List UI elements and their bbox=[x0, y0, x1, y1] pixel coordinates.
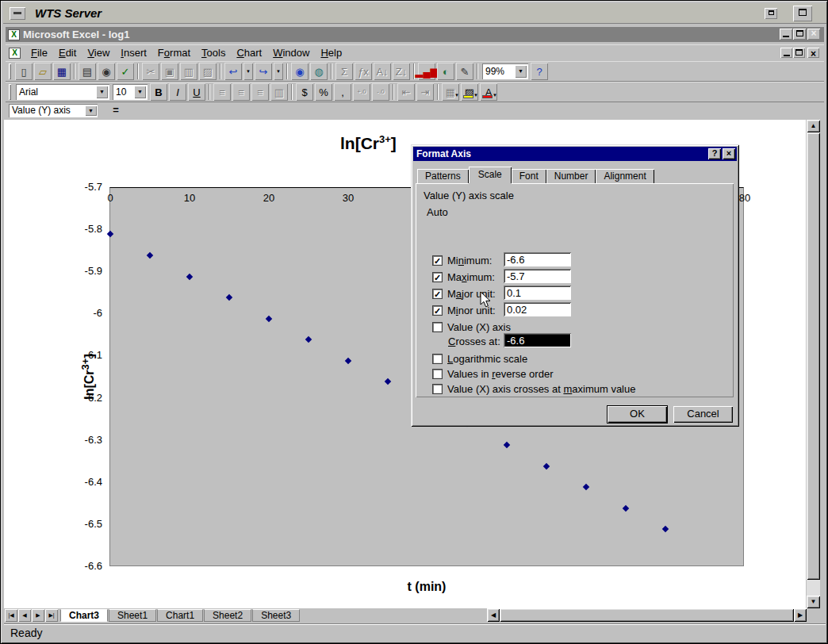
menu-item-file[interactable]: File bbox=[25, 45, 53, 60]
major-unit-field[interactable]: 0.1 bbox=[504, 286, 571, 300]
menu-item-window[interactable]: Window bbox=[267, 45, 315, 60]
data-point[interactable] bbox=[345, 358, 351, 364]
data-point[interactable] bbox=[305, 336, 312, 343]
menu-item-insert[interactable]: Insert bbox=[115, 45, 152, 60]
minimum-checkbox[interactable]: ✓ bbox=[432, 255, 443, 266]
bold-icon[interactable]: B bbox=[150, 83, 167, 101]
undo-dropdown-icon[interactable]: ▼ bbox=[243, 63, 253, 80]
crosses-at-field[interactable]: -6.6 bbox=[504, 333, 571, 347]
drawing-icon[interactable]: ✎ bbox=[456, 63, 473, 80]
menu-item-edit[interactable]: Edit bbox=[53, 45, 82, 60]
currency-icon[interactable]: $ bbox=[296, 83, 313, 101]
copy-icon[interactable]: ▣ bbox=[161, 63, 178, 80]
tab-alignment[interactable]: Alignment bbox=[596, 169, 654, 183]
minor-unit-field[interactable]: 0.02 bbox=[504, 302, 571, 316]
decrease-decimal-icon[interactable]: -.0 bbox=[372, 83, 389, 101]
sheet-tab-sheet1[interactable]: Sheet1 bbox=[109, 609, 156, 622]
sheet-tab-sheet3[interactable]: Sheet3 bbox=[252, 609, 300, 622]
increase-indent-icon[interactable]: ⇥ bbox=[416, 83, 434, 101]
percent-icon[interactable]: % bbox=[315, 83, 332, 101]
reverse-order-checkbox[interactable] bbox=[432, 369, 443, 379]
autosum-icon[interactable]: Σ bbox=[335, 63, 353, 80]
workbook-restore-button[interactable] bbox=[793, 48, 805, 58]
menu-item-format[interactable]: Format bbox=[152, 45, 196, 60]
value-x-axis-checkbox[interactable] bbox=[432, 322, 443, 332]
name-box[interactable]: Value (Y) axis ▼ bbox=[9, 104, 98, 117]
print-icon[interactable]: ▤ bbox=[79, 63, 96, 80]
format-painter-icon[interactable]: ▨ bbox=[199, 63, 217, 80]
zoom-combobox[interactable]: 99%▼ bbox=[482, 63, 528, 79]
minimum-field[interactable]: -6.6 bbox=[504, 252, 571, 266]
decrease-indent-icon[interactable]: ⇤ bbox=[397, 83, 415, 101]
map-icon[interactable]: ◐ bbox=[437, 63, 454, 80]
crosses-at-max-checkbox[interactable] bbox=[432, 384, 443, 394]
horizontal-scrollbar[interactable]: ◀ ▶ bbox=[487, 608, 807, 622]
open-folder-icon[interactable]: ▱ bbox=[34, 63, 52, 80]
data-point[interactable] bbox=[107, 231, 113, 237]
data-point[interactable] bbox=[186, 273, 193, 279]
dialog-titlebar[interactable]: Format Axis ? × bbox=[413, 147, 737, 161]
data-point[interactable] bbox=[226, 294, 232, 301]
menu-item-view[interactable]: View bbox=[82, 45, 115, 60]
paste-function-icon[interactable]: ƒx bbox=[355, 63, 372, 80]
chevron-down-icon[interactable]: ▼ bbox=[134, 86, 146, 98]
chart-wizard-icon[interactable]: ▂▄▆ bbox=[418, 63, 435, 80]
print-preview-icon[interactable]: ◉ bbox=[98, 63, 115, 80]
scroll-up-button[interactable]: ▲ bbox=[807, 120, 820, 132]
font-name-combobox[interactable]: Arial ▼ bbox=[16, 84, 109, 100]
data-point[interactable] bbox=[385, 378, 391, 385]
paste-icon[interactable]: ▥ bbox=[180, 63, 197, 80]
scroll-left-button[interactable]: ◀ bbox=[487, 608, 500, 622]
undo-icon[interactable]: ↩ bbox=[224, 63, 242, 80]
save-icon[interactable]: ▦ bbox=[53, 63, 71, 80]
menu-item-chart[interactable]: Chart bbox=[231, 45, 267, 60]
major-unit-checkbox[interactable]: ✓ bbox=[432, 289, 443, 299]
first-sheet-button[interactable]: |◀ bbox=[5, 609, 17, 622]
toolbar-grip[interactable] bbox=[9, 84, 11, 100]
align-right-icon[interactable]: ≡ bbox=[251, 83, 269, 101]
font-size-combobox[interactable]: 10 ▼ bbox=[113, 84, 148, 100]
x-axis-title[interactable]: t (min) bbox=[347, 580, 506, 594]
excel-restore-button[interactable] bbox=[793, 29, 806, 40]
maximum-field[interactable]: -5.7 bbox=[504, 269, 571, 283]
new-document-icon[interactable]: ▯ bbox=[15, 63, 33, 80]
wts-minimize-button[interactable] bbox=[765, 8, 777, 19]
toolbar-grip[interactable] bbox=[9, 63, 11, 79]
redo-dropdown-icon[interactable]: ▼ bbox=[274, 63, 283, 80]
fill-color-icon[interactable]: ▨▼ bbox=[461, 83, 478, 101]
y-axis-labels[interactable]: -5.7-5.8-5.9-6-6.1-6.2-6.3-6.4-6.5-6.6 bbox=[4, 187, 105, 566]
office-assistant-icon[interactable]: ? bbox=[531, 63, 548, 80]
redo-icon[interactable]: ↪ bbox=[255, 63, 272, 80]
dialog-help-button[interactable]: ? bbox=[708, 148, 721, 159]
chevron-down-icon[interactable]: ▼ bbox=[96, 86, 108, 98]
minor-unit-checkbox[interactable]: ✓ bbox=[432, 305, 443, 316]
tab-scale[interactable]: Scale bbox=[469, 167, 512, 183]
borders-icon[interactable]: ▦▼ bbox=[442, 83, 459, 101]
data-point[interactable] bbox=[623, 504, 629, 511]
chart-title[interactable]: ln[Cr3+] bbox=[340, 133, 397, 153]
excel-app-icon[interactable]: X bbox=[8, 29, 20, 40]
tab-patterns[interactable]: Patterns bbox=[417, 169, 469, 183]
wts-maximize-button[interactable] bbox=[793, 6, 812, 21]
workbook-close-button[interactable]: × bbox=[807, 48, 819, 58]
cancel-button[interactable]: Cancel bbox=[673, 406, 733, 423]
vertical-scroll-thumb[interactable] bbox=[807, 132, 820, 580]
scroll-right-button[interactable]: ▶ bbox=[794, 608, 807, 622]
excel-minimize-button[interactable] bbox=[780, 29, 792, 40]
ok-button[interactable]: OK bbox=[608, 406, 667, 423]
chevron-down-icon[interactable]: ▼ bbox=[515, 65, 527, 78]
comma-icon[interactable]: , bbox=[334, 83, 351, 101]
data-point[interactable] bbox=[266, 315, 272, 321]
web-toolbar-icon[interactable]: ◍ bbox=[310, 63, 328, 80]
insert-hyperlink-icon[interactable]: ◉ bbox=[291, 63, 309, 80]
workbook-minimize-button[interactable] bbox=[780, 48, 792, 58]
sort-ascending-icon[interactable]: A↓ bbox=[374, 63, 391, 80]
previous-sheet-button[interactable]: ◀ bbox=[18, 609, 31, 622]
data-point[interactable] bbox=[662, 526, 669, 532]
tab-font[interactable]: Font bbox=[512, 169, 546, 183]
dialog-close-button[interactable]: × bbox=[723, 148, 735, 159]
increase-decimal-icon[interactable]: +.0 bbox=[353, 83, 370, 101]
sheet-tab-chart3[interactable]: Chart3 bbox=[60, 609, 108, 622]
next-sheet-button[interactable]: ▶ bbox=[32, 609, 44, 622]
vertical-scrollbar[interactable]: ▲ ▼ bbox=[807, 120, 820, 608]
